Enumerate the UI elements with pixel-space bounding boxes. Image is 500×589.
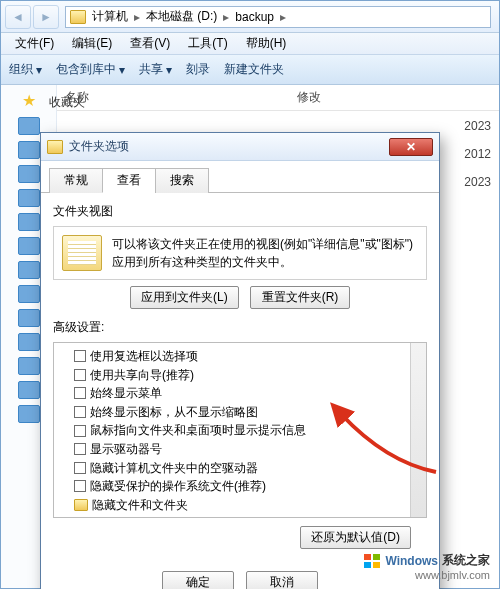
checkbox-icon (74, 369, 86, 381)
toolbar-newfolder[interactable]: 新建文件夹 (224, 61, 284, 78)
ok-button[interactable]: 确定 (162, 571, 234, 589)
reset-folders-button[interactable]: 重置文件夹(R) (250, 286, 350, 309)
folder-view-text: 可以将该文件夹正在使用的视图(例如"详细信息"或"图标")应用到所有这种类型的文… (112, 235, 418, 271)
setting-row[interactable]: 隐藏文件和文件夹 (60, 496, 424, 515)
toolbar-burn[interactable]: 刻录 (186, 61, 210, 78)
setting-row[interactable]: 始终显示图标，从不显示缩略图 (60, 403, 424, 422)
column-name[interactable]: 名称 (57, 89, 297, 106)
sidebar-icon[interactable] (18, 285, 40, 303)
toolbar-include[interactable]: 包含到库中 ▾ (56, 61, 125, 78)
setting-row[interactable]: 使用复选框以选择项 (60, 347, 424, 366)
setting-label: 隐藏文件和文件夹 (92, 496, 188, 515)
toolbar: 组织 ▾ 包含到库中 ▾ 共享 ▾ 刻录 新建文件夹 (1, 55, 499, 85)
checkbox-icon (74, 425, 86, 437)
setting-label: 始终显示菜单 (90, 384, 162, 403)
setting-row[interactable]: 隐藏计算机文件夹中的空驱动器 (60, 459, 424, 478)
cancel-button[interactable]: 取消 (246, 571, 318, 589)
sidebar-icon[interactable] (18, 381, 40, 399)
sidebar-icon[interactable] (18, 117, 40, 135)
setting-label: 隐藏计算机文件夹中的空驱动器 (90, 459, 258, 478)
breadcrumb-segment[interactable]: 本地磁盘 (D:) (146, 8, 217, 25)
sidebar-icon[interactable] (18, 357, 40, 375)
toolbar-share[interactable]: 共享 ▾ (139, 61, 172, 78)
row-date: 2023 (464, 175, 491, 203)
advanced-label: 高级设置: (53, 319, 427, 336)
tabs: 常规 查看 搜索 (41, 161, 439, 193)
setting-label: 显示驱动器号 (90, 440, 162, 459)
folder-view-icon (62, 235, 102, 271)
tab-search[interactable]: 搜索 (155, 168, 209, 193)
checkbox-icon (74, 387, 86, 399)
setting-label: 鼠标指向文件夹和桌面项时显示提示信息 (90, 421, 306, 440)
folder-icon (74, 499, 88, 511)
restore-defaults-button[interactable]: 还原为默认值(D) (300, 526, 411, 549)
setting-row[interactable]: 始终显示菜单 (60, 384, 424, 403)
checkbox-icon (74, 350, 86, 362)
nav-back-button[interactable]: ◄ (5, 5, 31, 29)
sidebar-icon[interactable] (18, 405, 40, 423)
tab-general[interactable]: 常规 (49, 168, 103, 193)
setting-label: 隐藏受保护的操作系统文件(推荐) (90, 477, 266, 496)
dialog-titlebar[interactable]: 文件夹选项 ✕ (41, 133, 439, 161)
checkbox-icon (74, 480, 86, 492)
toolbar-organize[interactable]: 组织 ▾ (9, 61, 42, 78)
setting-label: 不显示隐藏的文件、文件夹或驱动器 (103, 514, 295, 518)
menu-view[interactable]: 查看(V) (122, 33, 178, 54)
close-button[interactable]: ✕ (389, 138, 433, 156)
breadcrumb-sep-icon: ▸ (134, 10, 140, 24)
tab-view[interactable]: 查看 (102, 168, 156, 193)
setting-label: 使用复选框以选择项 (90, 347, 198, 366)
setting-row[interactable]: 鼠标指向文件夹和桌面项时显示提示信息 (60, 421, 424, 440)
sidebar-icon[interactable] (18, 333, 40, 351)
folder-icon (47, 140, 63, 154)
setting-row[interactable]: 不显示隐藏的文件、文件夹或驱动器 (60, 514, 424, 518)
column-date[interactable]: 修改 (297, 89, 499, 106)
sidebar-icon[interactable] (18, 261, 40, 279)
nav-forward-button[interactable]: ► (33, 5, 59, 29)
folder-options-dialog: 文件夹选项 ✕ 常规 查看 搜索 文件夹视图 可以将该文件夹正在使用的视图(例如… (40, 132, 440, 589)
explorer-titlebar: ◄ ► 计算机 ▸ 本地磁盘 (D:) ▸ backup ▸ (1, 1, 499, 33)
row-date: 2023 (464, 119, 491, 147)
setting-row[interactable]: 隐藏受保护的操作系统文件(推荐) (60, 477, 424, 496)
menu-edit[interactable]: 编辑(E) (64, 33, 120, 54)
setting-row[interactable]: 显示驱动器号 (60, 440, 424, 459)
scrollbar[interactable] (410, 343, 426, 517)
menu-bar: 文件(F) 编辑(E) 查看(V) 工具(T) 帮助(H) (1, 33, 499, 55)
watermark-suffix: 系统之家 (442, 552, 490, 569)
row-date: 2012 (464, 147, 491, 175)
breadcrumb-sep-icon: ▸ (280, 10, 286, 24)
sidebar-icon[interactable] (18, 189, 40, 207)
setting-label: 始终显示图标，从不显示缩略图 (90, 403, 258, 422)
breadcrumb-segment[interactable]: backup (235, 10, 274, 24)
breadcrumb-sep-icon: ▸ (223, 10, 229, 24)
sidebar-icon[interactable] (18, 141, 40, 159)
checkbox-icon (74, 443, 86, 455)
advanced-settings-box: 使用复选框以选择项使用共享向导(推荐)始终显示菜单始终显示图标，从不显示缩略图鼠… (53, 342, 427, 518)
menu-tools[interactable]: 工具(T) (180, 33, 235, 54)
setting-label: 使用共享向导(推荐) (90, 366, 194, 385)
sidebar-icon[interactable] (18, 309, 40, 327)
menu-help[interactable]: 帮助(H) (238, 33, 295, 54)
windows-logo-icon (363, 553, 381, 569)
folder-view-label: 文件夹视图 (53, 203, 427, 220)
menu-file[interactable]: 文件(F) (7, 33, 62, 54)
watermark-brand: Windows (385, 554, 438, 568)
folder-icon (70, 10, 86, 24)
dialog-title: 文件夹选项 (69, 138, 389, 155)
sidebar-icon[interactable] (18, 213, 40, 231)
sidebar-icon[interactable] (18, 165, 40, 183)
watermark: Windows 系统之家 www.bjmlv.com (363, 552, 490, 581)
breadcrumb-segment[interactable]: 计算机 (92, 8, 128, 25)
setting-row[interactable]: 使用共享向导(推荐) (60, 366, 424, 385)
address-bar[interactable]: 计算机 ▸ 本地磁盘 (D:) ▸ backup ▸ (65, 6, 491, 28)
checkbox-icon (74, 462, 86, 474)
apply-to-folders-button[interactable]: 应用到文件夹(L) (130, 286, 239, 309)
watermark-url: www.bjmlv.com (363, 569, 490, 581)
sidebar-icon[interactable] (18, 237, 40, 255)
column-headers: 名称 修改 (57, 85, 499, 111)
checkbox-icon (74, 406, 86, 418)
